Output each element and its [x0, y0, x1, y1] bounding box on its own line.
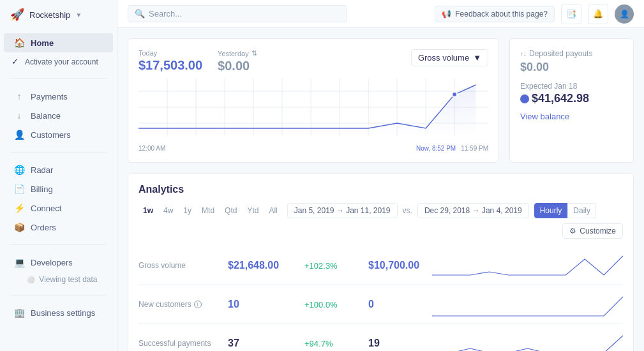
balance-icon: ↓: [14, 110, 24, 121]
analytics-title: Analytics: [139, 184, 184, 195]
period-tab-qtd[interactable]: Qtd: [220, 204, 241, 217]
gross-volume-compare: $10,700.00: [368, 260, 432, 271]
svg-marker-14: [139, 85, 476, 136]
today-value-group: Today $17,503.00: [139, 49, 202, 73]
sidebar-item-business[interactable]: 🏢 Business settings: [4, 303, 113, 322]
sidebar-divider-2: [10, 152, 107, 153]
sidebar-balance-label: Balance: [31, 111, 61, 121]
developers-icon: 💻: [14, 257, 24, 267]
connect-icon: ⚡: [14, 203, 24, 213]
payout-up-icon: ↑↓: [520, 50, 527, 57]
deposited-label: ↑↓ Deposited payouts: [520, 49, 623, 58]
gross-volume-chart: [432, 253, 623, 278]
sidebar-divider-3: [10, 244, 107, 245]
chart-area: [139, 78, 488, 142]
gross-volume-change: +102.3%: [304, 261, 368, 271]
new-customers-chart: [432, 292, 623, 317]
chart-header: Today $17,503.00 Yesterday ⇅ $0.00 Gr: [139, 49, 488, 73]
search-box[interactable]: 🔍: [128, 5, 347, 22]
viewing-test-icon: ⚪: [27, 276, 34, 283]
feedback-button[interactable]: 📢 Feedback about this page?: [435, 6, 555, 22]
today-amount: $17,503.00: [139, 58, 202, 73]
brand-logo[interactable]: 🚀 Rocketship ▼: [0, 0, 117, 29]
yesterday-swap-icon[interactable]: ⇅: [251, 49, 257, 57]
search-icon: 🔍: [135, 9, 145, 19]
analytics-rows: Gross volume $21,648.00 +102.3% $10,700.…: [139, 246, 623, 351]
new-customers-value: 10: [228, 299, 304, 310]
avatar-icon: 👤: [620, 10, 629, 19]
chart-values: Today $17,503.00 Yesterday ⇅ $0.00: [139, 49, 257, 73]
new-customers-info-icon[interactable]: i: [194, 301, 202, 308]
sidebar-viewing-test-label: Viewing test data: [39, 275, 97, 284]
view-balance-link[interactable]: View balance: [520, 112, 569, 121]
sidebar-item-radar[interactable]: 🌐 Radar: [4, 160, 113, 179]
sidebar-divider-4: [10, 295, 107, 295]
charts-row: Today $17,503.00 Yesterday ⇅ $0.00 Gr: [128, 38, 634, 163]
expected-amount: $41,642.98: [520, 92, 623, 105]
new-customers-label-group: New customers i: [139, 300, 228, 309]
bookmarks-button[interactable]: 📑: [561, 4, 581, 24]
sidebar-item-developers[interactable]: 💻 Developers: [4, 253, 113, 272]
successful-payments-label: Successful payments: [139, 339, 228, 348]
expected-circle-icon: [520, 94, 529, 103]
check-icon: ✓: [11, 57, 19, 66]
sidebar-item-orders[interactable]: 📦 Orders: [4, 218, 113, 237]
brand-chevron: ▼: [75, 11, 82, 19]
chart-dropdown-chevron: ▼: [473, 53, 481, 63]
hourly-daily-toggle: Hourly Daily: [534, 203, 596, 218]
sidebar-item-payments[interactable]: ↑ Payments: [4, 87, 113, 106]
svg-point-15: [452, 92, 457, 97]
sidebar-item-billing[interactable]: 📄 Billing: [4, 179, 113, 198]
sidebar-item-customers[interactable]: 👤 Customers: [4, 125, 113, 144]
gross-volume-label-group: Gross volume: [139, 261, 228, 270]
sidebar-item-home[interactable]: 🏠 Home: [4, 33, 113, 52]
analytics-row-gross-volume: Gross volume $21,648.00 +102.3% $10,700.…: [139, 246, 623, 285]
orders-icon: 📦: [14, 222, 24, 232]
current-date-range-button[interactable]: Jan 5, 2019 → Jan 11, 2019: [287, 203, 398, 218]
period-tab-ytd[interactable]: Ytd: [243, 204, 263, 217]
daily-tab[interactable]: Daily: [567, 203, 596, 218]
sidebar-item-balance[interactable]: ↓ Balance: [4, 106, 113, 125]
main-chart-svg: [139, 78, 488, 136]
period-tab-1y[interactable]: 1y: [179, 204, 196, 217]
chart-metric-dropdown[interactable]: Gross volume ▼: [411, 49, 488, 66]
gross-volume-value: $21,648.00: [228, 260, 304, 271]
analytics-header: Analytics: [139, 184, 623, 195]
sidebar-developers-label: Developers: [31, 258, 73, 267]
compare-date-range-button[interactable]: Dec 29, 2018 → Jan 4, 2019: [417, 203, 529, 218]
period-tab-all[interactable]: All: [264, 204, 281, 217]
sidebar-divider-1: [10, 78, 107, 79]
content-area: Today $17,503.00 Yesterday ⇅ $0.00 Gr: [117, 28, 644, 351]
successful-payments-label-group: Successful payments: [139, 339, 228, 348]
business-icon: 🏢: [14, 308, 24, 318]
sidebar-radar-label: Radar: [31, 165, 53, 175]
customize-button[interactable]: ⚙ Customize: [562, 223, 623, 239]
analytics-card: Analytics 1w 4w 1y Mtd Qtd Ytd All Jan 5…: [128, 173, 634, 351]
period-tab-mtd[interactable]: Mtd: [197, 204, 219, 217]
successful-payments-chart: [432, 331, 623, 351]
topbar: 🔍 📢 Feedback about this page? 📑 🔔 👤: [117, 0, 644, 28]
period-tab-4w[interactable]: 4w: [159, 204, 177, 217]
sidebar-item-activate[interactable]: ✓ Activate your account: [4, 52, 113, 71]
period-tab-1w[interactable]: 1w: [139, 204, 158, 217]
customize-label: Customize: [580, 227, 616, 235]
user-avatar[interactable]: 👤: [615, 4, 634, 24]
sidebar-item-viewing-test[interactable]: ⚪ Viewing test data: [0, 272, 117, 287]
search-input[interactable]: [149, 9, 340, 19]
hourly-tab[interactable]: Hourly: [534, 203, 568, 218]
expected-label: Expected Jan 18: [520, 82, 623, 91]
main-content: 🔍 📢 Feedback about this page? 📑 🔔 👤: [117, 0, 644, 351]
brand-icon: 🚀: [10, 8, 24, 22]
sidebar-payments-label: Payments: [31, 92, 68, 101]
notifications-button[interactable]: 🔔: [588, 4, 608, 24]
analytics-row-new-customers: New customers i 10 +100.0% 0: [139, 285, 623, 324]
radar-icon: 🌐: [14, 165, 24, 175]
sidebar-connect-label: Connect: [31, 204, 61, 213]
brand-name: Rocketship: [29, 10, 70, 20]
sidebar-item-connect[interactable]: ⚡ Connect: [4, 198, 113, 218]
payments-icon: ↑: [14, 91, 24, 101]
gross-volume-label: Gross volume: [139, 261, 228, 270]
expected-amount-value: $41,642.98: [532, 92, 589, 105]
sidebar-home-label: Home: [31, 38, 54, 48]
main-chart-card: Today $17,503.00 Yesterday ⇅ $0.00 Gr: [128, 38, 499, 163]
